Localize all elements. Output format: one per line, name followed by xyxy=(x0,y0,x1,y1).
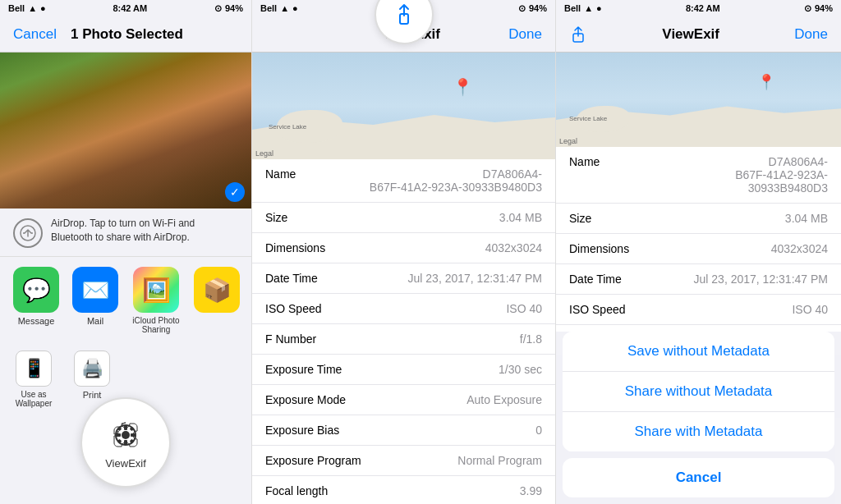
action-sheet-group: Save without Metadata Share without Meta… xyxy=(563,332,834,451)
print-action[interactable]: 🖨️ Print xyxy=(74,351,110,408)
exif-row-size: Size 3.04 MB xyxy=(252,203,555,233)
battery-2: 94% xyxy=(529,3,547,14)
airdrop-text: AirDrop. Tap to turn on Wi-Fi and Blueto… xyxy=(51,217,238,245)
exif-value-iso: ISO 40 xyxy=(506,302,542,315)
svg-rect-7 xyxy=(116,433,121,437)
photo-checkmark: ✓ xyxy=(225,182,245,202)
print-label: Print xyxy=(83,390,102,400)
nav-bar-1: Cancel 1 Photo Selected xyxy=(0,16,251,53)
exif-partial-3: Name D7A806A4-B67F-41A2-923A-30933B9480D… xyxy=(556,147,841,355)
carrier-3: Bell xyxy=(564,3,581,13)
print-icon: 🖨️ xyxy=(74,351,110,387)
exif-value-fnumber: f/1.8 xyxy=(520,332,542,346)
status-left-1: Bell ▲ ● xyxy=(8,3,46,13)
wallpaper-icon: 📱 xyxy=(16,351,52,387)
exif-row-exposure-program: Exposure Program Normal Program xyxy=(252,446,555,476)
carrier-2: Bell xyxy=(260,3,277,13)
action-sheet: Save without Metadata Share without Meta… xyxy=(556,332,841,504)
map-legal-2: Legal xyxy=(255,149,273,158)
svg-rect-9 xyxy=(117,426,122,431)
svg-point-1 xyxy=(23,232,25,234)
share-icons-row: 💬 Message ✉️ Mail 🖼️ iCloud Photo Sharin… xyxy=(0,257,251,344)
icloud-icon: 🖼️ xyxy=(133,267,179,313)
exif-value-3-name: D7A806A4-B67F-41A2-923A-30933B9480D3 xyxy=(664,155,828,195)
action-sheet-cancel-button[interactable]: Cancel xyxy=(563,458,834,497)
map-section-3: 📍 Legal Service Lake xyxy=(556,53,841,147)
wifi-icon-3: ▲ xyxy=(584,3,593,13)
share-item-box[interactable]: 📦 xyxy=(194,267,240,334)
viewexif-puzzle-icon xyxy=(107,416,145,454)
map-pin-3: 📍 xyxy=(757,73,775,91)
map-legal-3: Legal xyxy=(559,137,577,145)
svg-rect-10 xyxy=(130,438,135,443)
exif-value-datetime: Jul 23, 2017, 12:31:47 PM xyxy=(408,272,542,285)
exif-key-dimensions: Dimensions xyxy=(265,241,325,254)
status-right-1: ⊙ 94% xyxy=(214,3,243,14)
airdrop-section: AirDrop. Tap to turn on Wi-Fi and Blueto… xyxy=(0,208,251,257)
exif-key-iso: ISO Speed xyxy=(265,302,322,315)
exif-key-exposure-bias: Exposure Bias xyxy=(265,424,339,437)
share-item-icloud[interactable]: 🖼️ iCloud Photo Sharing xyxy=(131,267,181,334)
exif-value-exposure-mode: Auto Exposure xyxy=(466,393,542,406)
nav-title-3: ViewExif xyxy=(662,26,719,43)
exif-key-exposure-time: Exposure Time xyxy=(265,363,342,376)
nav-title-1: 1 Photo Selected xyxy=(71,26,183,43)
battery-icon-1: ⊙ xyxy=(214,3,222,14)
exif-key-exposure-program: Exposure Program xyxy=(265,454,361,467)
map-section-2: 📍 Legal Service Lake xyxy=(252,53,555,159)
exif-row-exposure-mode: Exposure Mode Auto Exposure xyxy=(252,385,555,415)
done-button-2[interactable]: Done xyxy=(508,26,542,43)
exif-key-3-dimensions: Dimensions xyxy=(569,242,629,255)
exif-value-size: 3.04 MB xyxy=(499,211,542,224)
viewexif-button-panel1[interactable]: ViewExif xyxy=(80,397,171,488)
exif-row-exposure-time: Exposure Time 1/30 sec xyxy=(252,355,555,385)
exif-row-3-dimensions: Dimensions 4032x3024 xyxy=(556,234,841,264)
exif-value-name: D7A806A4-B67F-41A2-923A-30933B9480D3 xyxy=(370,167,542,194)
exif-row-3-name: Name D7A806A4-B67F-41A2-923A-30933B9480D… xyxy=(556,147,841,204)
battery-3: 94% xyxy=(815,3,833,14)
save-without-metadata-button[interactable]: Save without Metadata xyxy=(563,332,834,372)
exif-key-3-datetime: Date Time xyxy=(569,273,622,286)
exif-value-focal-length: 3.99 xyxy=(520,484,542,497)
airdrop-icon[interactable] xyxy=(13,218,43,248)
done-button-3[interactable]: Done xyxy=(794,26,828,43)
status-left-3: Bell ▲ ● xyxy=(564,3,602,13)
exif-row-fnumber: F Number f/1.8 xyxy=(252,324,555,355)
share-button-3[interactable] xyxy=(569,25,587,44)
exif-value-3-datetime: Jul 23, 2017, 12:31:47 PM xyxy=(694,273,828,286)
use-as-wallpaper[interactable]: 📱 Use as Wallpaper xyxy=(13,351,54,408)
share-with-metadata-button[interactable]: Share with Metadata xyxy=(563,412,834,451)
time-3: 8:42 AM xyxy=(686,3,720,13)
signal-icon-3: ● xyxy=(596,3,602,13)
svg-rect-5 xyxy=(124,425,127,430)
exif-table-2: Name D7A806A4-B67F-41A2-923A-30933B9480D… xyxy=(252,159,555,504)
panel-3: Bell ▲ ● 8:42 AM ⊙ 94% ViewExif Done 📍 L… xyxy=(556,0,841,504)
svg-rect-6 xyxy=(124,440,127,445)
svg-point-4 xyxy=(122,431,130,439)
exif-key-fnumber: F Number xyxy=(265,332,316,346)
exif-value-3-size: 3.04 MB xyxy=(785,212,828,225)
share-item-mail[interactable]: ✉️ Mail xyxy=(72,267,118,334)
exif-row-focal-length: Focal length 3.99 xyxy=(252,476,555,504)
exif-row-dimensions: Dimensions 4032x3024 xyxy=(252,233,555,263)
signal-icon-2: ● xyxy=(292,3,298,13)
battery-pct-1: 94% xyxy=(225,3,243,13)
exif-value-exposure-bias: 0 xyxy=(535,424,542,437)
share-item-message[interactable]: 💬 Message xyxy=(13,267,59,334)
map-lake-label: Service Lake xyxy=(269,123,306,131)
cancel-button-1[interactable]: Cancel xyxy=(13,26,57,43)
svg-rect-11 xyxy=(130,426,135,431)
nav-bar-3: ViewExif Done xyxy=(556,16,841,53)
wifi-icon-1: ▲ xyxy=(28,3,37,13)
share-without-metadata-button[interactable]: Share without Metadata xyxy=(563,372,834,412)
battery-icon-2: ⊙ xyxy=(518,3,526,14)
exif-value-dimensions: 4032x3024 xyxy=(485,241,542,254)
battery-icon-3: ⊙ xyxy=(804,3,811,14)
exif-key-3-name: Name xyxy=(569,155,600,195)
photo-container: ✓ xyxy=(0,53,251,208)
panel-1: Bell ▲ ● 8:42 AM ⊙ 94% Cancel 1 Photo Se… xyxy=(0,0,252,504)
exif-key-size: Size xyxy=(265,211,287,224)
mail-icon: ✉️ xyxy=(72,267,118,313)
exif-value-3-iso: ISO 40 xyxy=(792,303,828,316)
exif-row-name: Name D7A806A4-B67F-41A2-923A-30933B9480D… xyxy=(252,159,555,203)
